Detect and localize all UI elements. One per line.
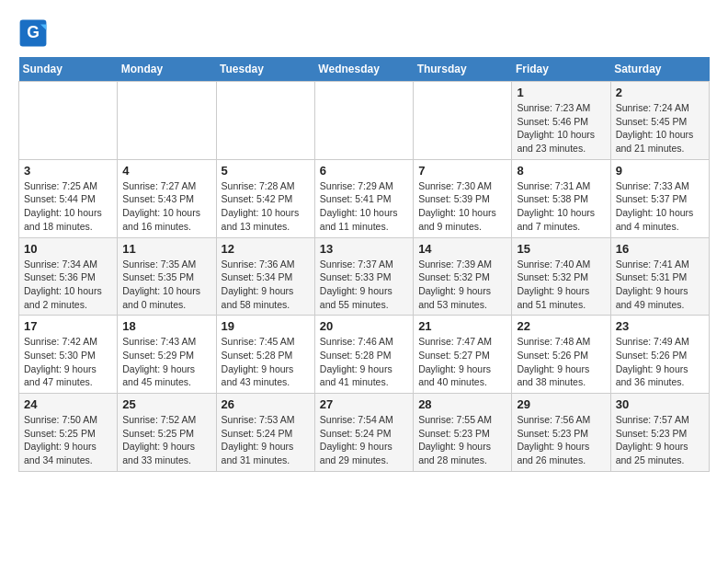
- calendar-cell: 16Sunrise: 7:41 AM Sunset: 5:31 PM Dayli…: [610, 237, 709, 316]
- calendar-header-row: SundayMondayTuesdayWednesdayThursdayFrid…: [19, 57, 710, 82]
- day-info: Sunrise: 7:47 AM Sunset: 5:27 PM Dayligh…: [418, 335, 506, 389]
- day-info: Sunrise: 7:41 AM Sunset: 5:31 PM Dayligh…: [616, 258, 704, 312]
- day-info: Sunrise: 7:53 AM Sunset: 5:24 PM Dayligh…: [222, 413, 310, 467]
- calendar-cell: 17Sunrise: 7:42 AM Sunset: 5:30 PM Dayli…: [19, 316, 118, 394]
- day-number: 16: [616, 242, 704, 256]
- day-info: Sunrise: 7:52 AM Sunset: 5:25 PM Dayligh…: [122, 413, 210, 467]
- day-number: 23: [616, 319, 704, 333]
- calendar-table: SundayMondayTuesdayWednesdayThursdayFrid…: [18, 57, 710, 472]
- day-number: 5: [222, 164, 310, 178]
- calendar-week-row: 3Sunrise: 7:25 AM Sunset: 5:44 PM Daylig…: [19, 159, 710, 237]
- calendar-cell: [314, 82, 413, 160]
- calendar-cell: 8Sunrise: 7:31 AM Sunset: 5:38 PM Daylig…: [512, 159, 610, 237]
- calendar-cell: 28Sunrise: 7:55 AM Sunset: 5:23 PM Dayli…: [414, 394, 512, 472]
- day-number: 13: [320, 242, 408, 256]
- calendar-cell: 7Sunrise: 7:30 AM Sunset: 5:39 PM Daylig…: [414, 159, 512, 237]
- calendar-cell: 25Sunrise: 7:52 AM Sunset: 5:25 PM Dayli…: [118, 394, 216, 472]
- calendar-cell: 11Sunrise: 7:35 AM Sunset: 5:35 PM Dayli…: [118, 237, 216, 316]
- day-info: Sunrise: 7:37 AM Sunset: 5:33 PM Dayligh…: [320, 258, 408, 312]
- day-info: Sunrise: 7:57 AM Sunset: 5:23 PM Dayligh…: [616, 413, 704, 467]
- calendar-week-row: 24Sunrise: 7:50 AM Sunset: 5:25 PM Dayli…: [19, 394, 710, 472]
- day-number: 14: [418, 242, 506, 256]
- calendar-cell: 10Sunrise: 7:34 AM Sunset: 5:36 PM Dayli…: [19, 237, 118, 316]
- day-info: Sunrise: 7:28 AM Sunset: 5:42 PM Dayligh…: [222, 179, 310, 234]
- calendar-cell: 21Sunrise: 7:47 AM Sunset: 5:27 PM Dayli…: [414, 316, 512, 394]
- day-info: Sunrise: 7:23 AM Sunset: 5:46 PM Dayligh…: [517, 101, 605, 155]
- calendar-cell: [118, 82, 216, 160]
- day-info: Sunrise: 7:34 AM Sunset: 5:36 PM Dayligh…: [24, 258, 112, 312]
- weekday-header-wednesday: Wednesday: [314, 57, 413, 82]
- weekday-header-saturday: Saturday: [610, 57, 709, 82]
- weekday-header-sunday: Sunday: [19, 57, 118, 82]
- day-info: Sunrise: 7:30 AM Sunset: 5:39 PM Dayligh…: [418, 179, 506, 234]
- day-number: 19: [222, 319, 310, 333]
- day-info: Sunrise: 7:49 AM Sunset: 5:26 PM Dayligh…: [616, 335, 704, 389]
- weekday-header-tuesday: Tuesday: [216, 57, 314, 82]
- day-number: 15: [517, 242, 605, 256]
- day-info: Sunrise: 7:55 AM Sunset: 5:23 PM Dayligh…: [418, 413, 506, 467]
- calendar-cell: 24Sunrise: 7:50 AM Sunset: 5:25 PM Dayli…: [19, 394, 118, 472]
- day-info: Sunrise: 7:39 AM Sunset: 5:32 PM Dayligh…: [418, 258, 506, 312]
- day-number: 10: [24, 242, 112, 256]
- calendar-cell: 4Sunrise: 7:27 AM Sunset: 5:43 PM Daylig…: [118, 159, 216, 237]
- day-number: 9: [616, 164, 704, 178]
- day-info: Sunrise: 7:29 AM Sunset: 5:41 PM Dayligh…: [320, 179, 408, 234]
- day-info: Sunrise: 7:42 AM Sunset: 5:30 PM Dayligh…: [24, 335, 112, 389]
- day-info: Sunrise: 7:31 AM Sunset: 5:38 PM Dayligh…: [517, 179, 605, 234]
- day-info: Sunrise: 7:35 AM Sunset: 5:35 PM Dayligh…: [122, 258, 210, 312]
- day-number: 25: [122, 397, 210, 411]
- logo: G: [18, 18, 51, 48]
- calendar-cell: [19, 82, 118, 160]
- logo-icon: G: [18, 18, 48, 48]
- calendar-cell: 9Sunrise: 7:33 AM Sunset: 5:37 PM Daylig…: [610, 159, 709, 237]
- day-number: 26: [222, 397, 310, 411]
- day-number: 17: [24, 319, 112, 333]
- calendar-cell: 30Sunrise: 7:57 AM Sunset: 5:23 PM Dayli…: [610, 394, 709, 472]
- day-number: 22: [517, 319, 605, 333]
- calendar-week-row: 10Sunrise: 7:34 AM Sunset: 5:36 PM Dayli…: [19, 237, 710, 316]
- day-info: Sunrise: 7:24 AM Sunset: 5:45 PM Dayligh…: [616, 101, 704, 155]
- calendar-week-row: 17Sunrise: 7:42 AM Sunset: 5:30 PM Dayli…: [19, 316, 710, 394]
- calendar-cell: 15Sunrise: 7:40 AM Sunset: 5:32 PM Dayli…: [512, 237, 610, 316]
- day-number: 28: [418, 397, 506, 411]
- day-number: 18: [122, 319, 210, 333]
- calendar-cell: 22Sunrise: 7:48 AM Sunset: 5:26 PM Dayli…: [512, 316, 610, 394]
- day-info: Sunrise: 7:45 AM Sunset: 5:28 PM Dayligh…: [222, 335, 310, 389]
- day-info: Sunrise: 7:40 AM Sunset: 5:32 PM Dayligh…: [517, 258, 605, 312]
- calendar-cell: 12Sunrise: 7:36 AM Sunset: 5:34 PM Dayli…: [216, 237, 314, 316]
- calendar-cell: 5Sunrise: 7:28 AM Sunset: 5:42 PM Daylig…: [216, 159, 314, 237]
- calendar-cell: 1Sunrise: 7:23 AM Sunset: 5:46 PM Daylig…: [512, 82, 610, 160]
- day-number: 20: [320, 319, 408, 333]
- weekday-header-friday: Friday: [512, 57, 610, 82]
- day-number: 21: [418, 319, 506, 333]
- day-number: 24: [24, 397, 112, 411]
- calendar-cell: 19Sunrise: 7:45 AM Sunset: 5:28 PM Dayli…: [216, 316, 314, 394]
- day-number: 30: [616, 397, 704, 411]
- calendar-cell: 13Sunrise: 7:37 AM Sunset: 5:33 PM Dayli…: [314, 237, 413, 316]
- calendar-week-row: 1Sunrise: 7:23 AM Sunset: 5:46 PM Daylig…: [19, 82, 710, 160]
- calendar-cell: 3Sunrise: 7:25 AM Sunset: 5:44 PM Daylig…: [19, 159, 118, 237]
- svg-text:G: G: [27, 23, 40, 41]
- page-header: G: [18, 18, 710, 48]
- day-number: 2: [616, 86, 704, 99]
- day-number: 4: [122, 164, 210, 178]
- calendar-cell: 23Sunrise: 7:49 AM Sunset: 5:26 PM Dayli…: [610, 316, 709, 394]
- calendar-cell: 26Sunrise: 7:53 AM Sunset: 5:24 PM Dayli…: [216, 394, 314, 472]
- calendar-cell: 27Sunrise: 7:54 AM Sunset: 5:24 PM Dayli…: [314, 394, 413, 472]
- weekday-header-thursday: Thursday: [414, 57, 512, 82]
- calendar-cell: 2Sunrise: 7:24 AM Sunset: 5:45 PM Daylig…: [610, 82, 709, 160]
- day-number: 7: [418, 164, 506, 178]
- day-info: Sunrise: 7:36 AM Sunset: 5:34 PM Dayligh…: [222, 258, 310, 312]
- day-info: Sunrise: 7:33 AM Sunset: 5:37 PM Dayligh…: [616, 179, 704, 234]
- day-number: 3: [24, 164, 112, 178]
- day-number: 8: [517, 164, 605, 178]
- day-info: Sunrise: 7:25 AM Sunset: 5:44 PM Dayligh…: [24, 179, 112, 234]
- day-number: 12: [222, 242, 310, 256]
- day-info: Sunrise: 7:27 AM Sunset: 5:43 PM Dayligh…: [122, 179, 210, 234]
- weekday-header-monday: Monday: [118, 57, 216, 82]
- day-info: Sunrise: 7:54 AM Sunset: 5:24 PM Dayligh…: [320, 413, 408, 467]
- day-number: 11: [122, 242, 210, 256]
- calendar-cell: 18Sunrise: 7:43 AM Sunset: 5:29 PM Dayli…: [118, 316, 216, 394]
- calendar-cell: 20Sunrise: 7:46 AM Sunset: 5:28 PM Dayli…: [314, 316, 413, 394]
- day-info: Sunrise: 7:50 AM Sunset: 5:25 PM Dayligh…: [24, 413, 112, 467]
